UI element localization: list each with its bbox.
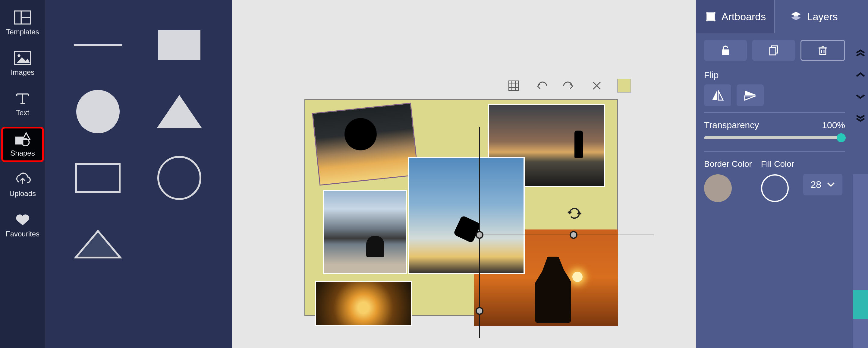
shape-triangle-filled[interactable] <box>146 83 213 140</box>
rotate-handle[interactable] <box>567 205 582 221</box>
svg-marker-37 <box>718 90 723 100</box>
properties-tabs: Artboards Layers <box>696 0 853 33</box>
sidebar-label-favourites: Favourites <box>6 230 39 238</box>
redo-button[interactable] <box>562 79 576 93</box>
flip-horizontal-button[interactable] <box>704 84 731 106</box>
tab-artboards[interactable]: Artboards <box>696 0 774 33</box>
photo-lake-reflection[interactable] <box>323 190 407 274</box>
strip-block[interactable] <box>853 261 868 290</box>
border-width-value: 28 <box>810 179 821 190</box>
strip-block[interactable] <box>853 203 868 232</box>
svg-rect-30 <box>770 48 776 55</box>
photo-sky-jumper[interactable] <box>408 157 525 274</box>
fill-color-label: Fill Color <box>761 159 794 169</box>
svg-marker-29 <box>791 16 801 20</box>
send-to-back-button[interactable] <box>853 107 868 129</box>
slider-thumb[interactable] <box>837 133 846 142</box>
chevron-up-icon <box>855 71 866 79</box>
photo-fire-sparks[interactable] <box>315 281 412 326</box>
flip-row <box>704 84 845 106</box>
svg-point-11 <box>76 90 120 133</box>
sidebar-item-templates[interactable]: Templates <box>3 7 42 39</box>
redo-icon <box>562 81 576 90</box>
shape-circle-outline[interactable] <box>146 149 213 207</box>
undo-button[interactable] <box>534 79 549 93</box>
svg-rect-31 <box>820 48 826 55</box>
bring-forward-button[interactable] <box>853 64 868 86</box>
selection-guide-horizontal <box>479 235 654 235</box>
text-icon <box>14 91 31 106</box>
close-button[interactable] <box>590 79 604 93</box>
layer-order-strip <box>853 0 868 348</box>
tab-layers-label: Layers <box>807 11 838 23</box>
double-chevron-up-icon <box>855 50 866 57</box>
artboard-toolbar <box>506 79 631 93</box>
flip-label: Flip <box>704 70 845 80</box>
sidebar-item-favourites[interactable]: Favourites <box>3 209 42 241</box>
shape-rectangle-outline[interactable] <box>65 149 131 207</box>
trash-icon <box>818 45 828 56</box>
rotate-icon <box>567 205 582 221</box>
send-backward-button[interactable] <box>853 86 868 107</box>
images-icon <box>14 51 31 65</box>
fill-color-col: Fill Color <box>761 159 794 202</box>
shapes-grid <box>57 12 220 278</box>
fill-color-swatch[interactable] <box>761 174 789 202</box>
flip-horizontal-icon <box>711 89 724 101</box>
selection-handle[interactable] <box>475 307 484 315</box>
svg-point-4 <box>18 54 21 57</box>
strip-color-blocks <box>853 174 868 348</box>
sidebar-item-images[interactable]: Images <box>3 48 42 80</box>
shapes-panel <box>45 0 232 348</box>
flip-vertical-icon <box>744 89 757 101</box>
delete-button[interactable] <box>801 40 845 61</box>
flip-vertical-button[interactable] <box>737 84 764 106</box>
transparency-value: 100% <box>822 120 845 130</box>
chevron-down-icon <box>827 182 835 187</box>
sidebar-item-text[interactable]: Text <box>3 88 42 120</box>
layer-actions-row <box>704 40 845 61</box>
artboard-fill-swatch[interactable] <box>617 79 631 93</box>
shape-triangle-outline[interactable] <box>65 215 131 273</box>
border-color-swatch[interactable] <box>704 174 732 202</box>
tab-layers[interactable]: Layers <box>775 0 853 33</box>
tab-artboards-label: Artboards <box>721 11 766 23</box>
svg-rect-23 <box>707 13 714 20</box>
strip-block[interactable] <box>853 232 868 261</box>
divider <box>704 151 845 152</box>
selection-handle[interactable] <box>569 231 578 239</box>
double-chevron-down-icon <box>855 115 866 122</box>
duplicate-button[interactable] <box>752 40 795 61</box>
close-icon <box>592 81 601 90</box>
divider <box>704 112 845 113</box>
shape-line[interactable] <box>65 17 131 74</box>
sidebar-label-templates: Templates <box>6 28 39 36</box>
properties-body: Flip Transparency 100% Border Color Fill… <box>696 33 853 209</box>
grid-button[interactable] <box>506 79 521 93</box>
sidebar-item-uploads[interactable]: Uploads <box>3 169 42 201</box>
photo-tree-silhouette[interactable] <box>312 103 418 185</box>
shape-rectangle-filled[interactable] <box>146 17 213 74</box>
svg-marker-36 <box>712 90 717 100</box>
svg-rect-10 <box>158 30 200 60</box>
templates-icon <box>14 10 31 25</box>
selection-handle[interactable] <box>475 231 484 239</box>
transparency-label: Transparency <box>704 120 759 130</box>
uploads-icon <box>14 172 31 186</box>
lock-button[interactable] <box>704 40 747 61</box>
strip-block[interactable] <box>853 174 868 203</box>
sidebar-label-text: Text <box>16 109 29 117</box>
svg-marker-39 <box>745 96 755 100</box>
strip-block-active[interactable] <box>853 290 868 319</box>
border-width-dropdown[interactable]: 28 <box>803 174 842 195</box>
svg-marker-38 <box>745 90 755 95</box>
transparency-slider[interactable] <box>704 136 845 139</box>
layers-icon <box>790 10 802 23</box>
transparency-row: Transparency 100% <box>704 120 845 130</box>
strip-block[interactable] <box>853 319 868 348</box>
shape-circle-filled[interactable] <box>65 83 131 140</box>
sidebar-item-shapes[interactable]: Shapes <box>3 128 42 161</box>
favourites-icon <box>14 212 31 227</box>
undo-icon <box>535 81 548 90</box>
bring-to-front-button[interactable] <box>853 42 868 64</box>
